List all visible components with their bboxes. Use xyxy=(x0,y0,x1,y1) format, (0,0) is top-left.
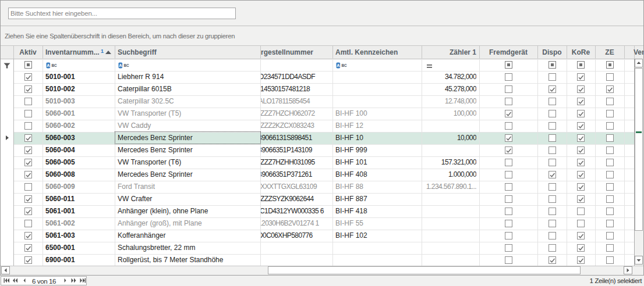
svg-text:A: A xyxy=(119,63,122,68)
svg-text:A: A xyxy=(337,63,340,68)
svg-text:BC: BC xyxy=(51,63,57,67)
svg-text:A: A xyxy=(47,63,50,68)
svg-text:BC: BC xyxy=(123,63,129,67)
svg-text:BC: BC xyxy=(341,63,347,67)
